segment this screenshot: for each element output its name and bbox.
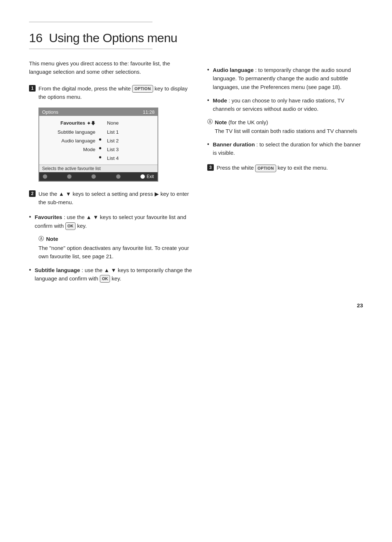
- fav-bold: Favourites: [35, 214, 62, 220]
- opt-none: None: [107, 119, 158, 128]
- bullet-subtitle: • Subtitle language : use the ▲ ▼ keys t…: [29, 266, 193, 283]
- opt-list2: List 2: [107, 137, 158, 145]
- btn-exit: Exit: [140, 174, 154, 179]
- step-2-num: 2: [29, 190, 36, 197]
- option-key-badge-3: OPTION: [255, 165, 276, 172]
- ok-badge-sub: OK: [100, 275, 110, 283]
- footer-text: Selects the active favourite list: [42, 166, 101, 171]
- options-menu-footer: Selects the active favourite list: [39, 165, 158, 172]
- options-menu-header: Options 11:28: [39, 108, 158, 116]
- bottom-rule: [29, 49, 152, 49]
- left-bullet-section: • Favourites : use the ▲ ▼ keys to selec…: [29, 213, 193, 283]
- note-icon-uk: Ⓐ: [207, 118, 213, 125]
- fav-icon: ✦🡇: [87, 119, 95, 128]
- bullet-dot-sub: •: [29, 267, 31, 273]
- dot-row-3: [99, 144, 101, 153]
- step-3-num: 3: [207, 164, 214, 171]
- dot-row-1: [99, 126, 101, 135]
- options-menu: Options 11:28 Favourites ✦🡇 Subtitle lan…: [38, 108, 158, 181]
- bullet-dot-audio: •: [207, 67, 209, 73]
- note-title: Ⓐ Note: [38, 235, 193, 242]
- step-3-text: Press the white OPTION key to exit the m…: [217, 163, 328, 172]
- opt-list4: List 4: [107, 154, 158, 163]
- mode-row: Mode: [39, 145, 95, 154]
- top-rule: [29, 22, 152, 22]
- bullet-dot-fav: •: [29, 214, 31, 220]
- step-2-text: Use the ▲ ▼ keys to select a setting and…: [38, 190, 193, 207]
- bullet-favourites: • Favourites : use the ▲ ▼ keys to selec…: [29, 213, 193, 230]
- dot-row-2: [99, 135, 101, 144]
- sub-note-fav: Ⓐ Note The "none" option deactivates any…: [38, 235, 193, 261]
- audio-bold: Audio language: [213, 67, 254, 73]
- btn-dot-1: [43, 174, 47, 179]
- intro-text: This menu gives you direct access to the…: [29, 59, 193, 76]
- bullet-fav-text: Favourites : use the ▲ ▼ keys to select …: [35, 213, 193, 230]
- options-menu-right: None List 1 List 2 List 3 List 4: [103, 119, 158, 163]
- subtitle-lang-row: Subtitle language: [39, 128, 95, 137]
- sub-bold: Subtitle language: [35, 267, 80, 273]
- fav-label: Favourites: [60, 119, 85, 128]
- dot-3: [99, 147, 101, 149]
- options-menu-body: Favourites ✦🡇 Subtitle language Audio la…: [39, 116, 158, 164]
- dot-4: [99, 156, 101, 158]
- bullet-mode: • Mode : you can choose to only have rad…: [207, 96, 363, 113]
- note-uk-text: Note (for the UK only) The TV list will …: [215, 118, 357, 135]
- opt-list1: List 1: [107, 128, 158, 137]
- step-3: 3 Press the white OPTION key to exit the…: [207, 163, 363, 172]
- options-label: Options: [42, 109, 58, 115]
- options-menu-left: Favourites ✦🡇 Subtitle language Audio la…: [39, 119, 99, 163]
- note-body-fav: The "none" option deactivates any favour…: [38, 244, 193, 261]
- bullet-audio: • Audio language : to temporarily change…: [207, 66, 363, 91]
- bullet-mode-text: Mode : you can choose to only have radio…: [213, 96, 363, 113]
- bullet-dot-mode: •: [207, 97, 209, 103]
- bullet-banner: • Banner duration : to select the durati…: [207, 140, 363, 157]
- note-uk: Ⓐ Note (for the UK only) The TV list wil…: [207, 118, 363, 135]
- audio-lang-row: Audio language: [39, 137, 95, 145]
- page-number: 23: [29, 302, 363, 308]
- two-col-layout: This menu gives you direct access to the…: [29, 59, 363, 288]
- btn-dot-3: [91, 174, 96, 179]
- right-bullet-section: • Audio language : to temporarily change…: [207, 66, 363, 172]
- step-2: 2 Use the ▲ ▼ keys to select a setting a…: [29, 190, 193, 207]
- note-bold: Note: [46, 236, 58, 242]
- chapter-title-text: Using the Options menu: [49, 31, 177, 45]
- bullet-sub-text: Subtitle language : use the ▲ ▼ keys to …: [35, 266, 193, 283]
- exit-label: Exit: [147, 174, 154, 179]
- bullet-banner-text: Banner duration : to select the duration…: [213, 140, 363, 157]
- chapter-title: 16 Using the Options menu: [29, 31, 363, 45]
- btn-dot-2: [67, 174, 72, 179]
- banner-bold: Banner duration: [213, 141, 255, 147]
- right-column: • Audio language : to temporarily change…: [207, 59, 363, 288]
- step-1-num: 1: [29, 85, 36, 92]
- chapter-num: 16: [29, 31, 42, 45]
- dot-row-4: [99, 153, 101, 161]
- bullet-dot-banner: •: [207, 141, 209, 147]
- options-menu-buttons: Exit: [39, 172, 158, 181]
- options-time: 11:28: [143, 109, 155, 115]
- option-key-badge: OPTION: [132, 85, 153, 93]
- ok-badge-fav: OK: [65, 222, 76, 230]
- note-icon: Ⓐ: [38, 235, 44, 242]
- dot-2: [99, 138, 101, 141]
- opt-list3: List 3: [107, 145, 158, 154]
- bullet-audio-text: Audio language : to temporarily change t…: [213, 66, 363, 91]
- left-column: This menu gives you direct access to the…: [29, 59, 193, 288]
- step-1: 1 From the digital mode, press the white…: [29, 84, 193, 101]
- step-1-text: From the digital mode, press the white O…: [38, 84, 193, 101]
- exit-dot: [140, 174, 145, 179]
- page-container: 16 Using the Options menu This menu give…: [29, 22, 363, 308]
- fav-row: Favourites ✦🡇: [39, 119, 95, 128]
- mode-bold: Mode: [213, 97, 227, 104]
- btn-dot-4: [116, 174, 121, 179]
- options-menu-dots: [99, 119, 103, 163]
- note-uk-bold: Note: [215, 119, 227, 125]
